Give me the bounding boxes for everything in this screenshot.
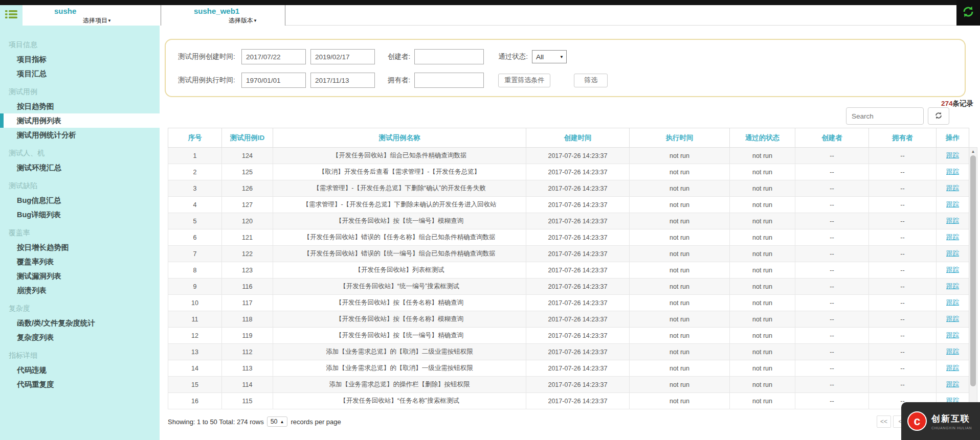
page-button[interactable]: << xyxy=(877,415,891,428)
column-header[interactable]: 执行时间 xyxy=(630,128,730,148)
sidebar-item[interactable]: 项目指标 xyxy=(0,52,160,66)
cell-status: not run xyxy=(730,262,795,279)
per-page-text: records per page xyxy=(291,418,341,426)
cell-id: 114 xyxy=(222,377,273,393)
sidebar-item[interactable]: Bug详细列表 xyxy=(0,207,160,222)
table-refresh-button[interactable] xyxy=(928,107,949,125)
cell-name: 【需求管理】-【开发任务总览】下删除未确认的开发任务进入回收站 xyxy=(273,197,526,213)
cell-action: 跟踪 xyxy=(937,213,969,229)
cell-created: 2017-07-26 14:23:37 xyxy=(526,164,630,180)
table-row: 13112添加【业务需求总览】的【取消】二级业需按钮权限2017-07-26 1… xyxy=(168,344,969,360)
sidebar-item[interactable]: 复杂度列表 xyxy=(0,330,160,344)
pass-status-select[interactable]: All ▼ xyxy=(532,50,567,63)
cell-action: 跟踪 xyxy=(937,279,969,295)
column-header[interactable]: 拥有者 xyxy=(869,128,937,148)
cell-owner: -- xyxy=(869,246,937,262)
column-header[interactable]: 测试用例名称 xyxy=(273,128,526,148)
column-header[interactable]: 测试用例ID xyxy=(222,128,273,148)
cell-id: 112 xyxy=(222,344,273,360)
sidebar-section-title: 测试用例 xyxy=(0,84,160,99)
track-link[interactable]: 跟踪 xyxy=(946,283,959,290)
sidebar-item[interactable]: Bug信息汇总 xyxy=(0,193,160,207)
cell-action: 跟踪 xyxy=(937,180,969,197)
track-link[interactable]: 跟踪 xyxy=(946,332,959,339)
track-link[interactable]: 跟踪 xyxy=(946,299,959,306)
created-to-input[interactable] xyxy=(310,49,375,64)
sidebar-item[interactable]: 按日趋势图 xyxy=(0,99,160,113)
sidebar-item[interactable]: 函数/类/文件复杂度统计 xyxy=(0,316,160,330)
sidebar-section-title: 覆盖率 xyxy=(0,225,160,240)
column-header[interactable]: 通过的状态 xyxy=(730,128,795,148)
column-header[interactable]: 操作 xyxy=(937,128,969,148)
scrollbar-thumb[interactable] xyxy=(970,155,976,386)
version-title: sushe_web1 xyxy=(161,5,285,15)
column-header[interactable]: 序号 xyxy=(168,128,222,148)
search-input[interactable] xyxy=(846,107,924,125)
created-time-label: 测试用例创建时间: xyxy=(178,52,241,61)
sidebar-item[interactable]: 覆盖率列表 xyxy=(0,254,160,269)
global-refresh-button[interactable] xyxy=(956,0,980,26)
track-link[interactable]: 跟踪 xyxy=(946,348,959,355)
sidebar-item[interactable]: 测试用例统计分析 xyxy=(0,128,160,142)
track-link[interactable]: 跟踪 xyxy=(946,381,959,388)
project-select-dropdown[interactable]: 选择项目▼ xyxy=(23,16,161,25)
cell-owner: -- xyxy=(869,213,937,229)
sidebar-item[interactable]: 项目汇总 xyxy=(0,66,160,81)
cell-owner: -- xyxy=(869,229,937,246)
track-link[interactable]: 跟踪 xyxy=(946,315,959,322)
table-body: 1124【开发任务回收站】组合已知条件精确查询数据2017-07-26 14:2… xyxy=(168,148,969,409)
sidebar-item[interactable]: 按日增长趋势图 xyxy=(0,240,160,254)
sidebar-item[interactable]: 代码重复度 xyxy=(0,377,160,391)
cell-executed: not run xyxy=(630,344,730,360)
sidebar-section-title: 测试人、机 xyxy=(0,145,160,160)
cell-created: 2017-07-26 14:23:37 xyxy=(526,197,630,213)
reset-filter-button[interactable]: 重置筛选条件 xyxy=(498,74,550,87)
cell-creator: -- xyxy=(795,344,869,360)
filter-panel: 测试用例创建时间: 创建者: 通过状态: All ▼ 测试用例执行时间: 拥有者… xyxy=(165,39,966,97)
track-link[interactable]: 跟踪 xyxy=(946,250,959,257)
track-link[interactable]: 跟踪 xyxy=(946,364,959,372)
cell-no: 5 xyxy=(168,213,222,229)
cell-no: 10 xyxy=(168,295,222,311)
cell-no: 9 xyxy=(168,279,222,295)
track-link[interactable]: 跟踪 xyxy=(946,234,959,241)
executed-from-input[interactable] xyxy=(241,73,306,88)
track-link[interactable]: 跟踪 xyxy=(946,266,959,273)
created-from-input[interactable] xyxy=(241,49,306,64)
cell-no: 14 xyxy=(168,360,222,377)
sidebar-item[interactable]: 测试漏洞列表 xyxy=(0,269,160,283)
sidebar-item[interactable]: 代码违规 xyxy=(0,363,160,377)
cell-executed: not run xyxy=(630,328,730,344)
cell-id: 125 xyxy=(222,164,273,180)
cell-no: 16 xyxy=(168,393,222,409)
table-row: 15114添加【业务需求总览】的操作栏【删除】按钮权限2017-07-26 14… xyxy=(168,377,969,393)
scroll-up-arrow[interactable]: ▲ xyxy=(969,148,977,155)
filter-row-created: 测试用例创建时间: 创建者: 通过状态: All ▼ xyxy=(178,49,965,65)
track-link[interactable]: 跟踪 xyxy=(946,168,959,175)
sidebar-item[interactable]: 测试环境汇总 xyxy=(0,160,160,175)
sidebar-item[interactable]: 测试用例列表 xyxy=(0,113,160,128)
track-link[interactable]: 跟踪 xyxy=(946,217,959,224)
column-header[interactable]: 创建者 xyxy=(795,128,869,148)
project-tab: sushe 选择项目▼ xyxy=(23,5,161,26)
creator-input[interactable] xyxy=(414,49,484,64)
hamburger-list-icon xyxy=(5,9,17,21)
cell-id: 116 xyxy=(222,279,273,295)
cell-no: 12 xyxy=(168,328,222,344)
version-select-dropdown[interactable]: 选择版本▼ xyxy=(161,16,285,25)
menu-button[interactable] xyxy=(0,5,23,26)
track-link[interactable]: 跟踪 xyxy=(946,184,959,192)
record-count-suffix: 条记录 xyxy=(953,100,974,107)
cell-status: not run xyxy=(730,180,795,197)
executed-to-input[interactable] xyxy=(310,73,375,88)
table-footer: Showing: 1 to 50 Total: 274 rows 50 ▲ re… xyxy=(168,415,975,428)
column-header[interactable]: 创建时间 xyxy=(526,128,630,148)
track-link[interactable]: 跟踪 xyxy=(946,152,959,159)
track-link[interactable]: 跟踪 xyxy=(946,201,959,208)
cell-no: 11 xyxy=(168,311,222,328)
page-size-select[interactable]: 50 ▲ xyxy=(267,416,288,427)
owner-input[interactable] xyxy=(414,73,484,88)
filter-row-executed: 测试用例执行时间: 拥有者: 重置筛选条件 筛选 xyxy=(178,72,965,88)
filter-button[interactable]: 筛选 xyxy=(574,74,608,87)
sidebar-item[interactable]: 崩溃列表 xyxy=(0,283,160,297)
